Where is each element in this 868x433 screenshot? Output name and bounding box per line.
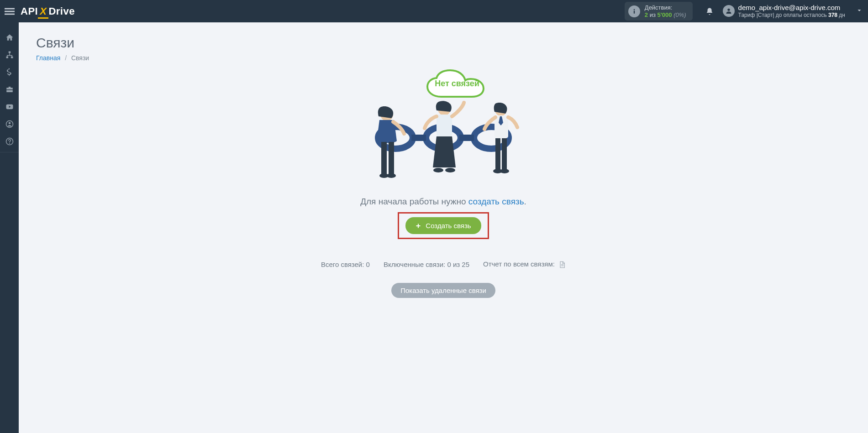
stat-report: Отчет по всем связям: — [483, 260, 566, 268]
user-circle-icon — [5, 120, 14, 128]
svg-rect-8 — [11, 57, 13, 58]
svg-point-32 — [500, 169, 509, 173]
nav-video[interactable] — [0, 98, 19, 115]
info-icon — [628, 5, 640, 17]
user-plan: Тариф |Старт| до оплаты осталось 378 дн — [738, 12, 845, 18]
empty-illustration: Нет связей — [366, 71, 521, 189]
actions-label: Действия: — [645, 4, 686, 11]
plus-icon — [416, 223, 421, 229]
svg-rect-7 — [6, 57, 8, 58]
notifications-button[interactable] — [702, 7, 717, 16]
nav-tools[interactable] — [0, 81, 19, 98]
question-icon — [5, 137, 14, 146]
svg-rect-30 — [502, 138, 507, 169]
hamburger-icon — [5, 6, 15, 16]
briefcase-icon — [5, 85, 14, 94]
breadcrumb: Главная / Связи — [36, 54, 851, 62]
person-icon — [483, 103, 519, 187]
home-icon — [5, 33, 14, 42]
stats-row: Всего связей: 0 Включенные связи: 0 из 2… — [36, 260, 851, 268]
svg-rect-6 — [8, 52, 11, 53]
svg-rect-2 — [5, 13, 15, 15]
actions-counter[interactable]: Действия: 2 из 5'000 (0%) — [625, 2, 693, 21]
nav-connections[interactable] — [0, 46, 19, 63]
actions-used: 2 — [645, 11, 648, 18]
create-connection-button[interactable]: Создать связь — [405, 217, 481, 234]
create-button-highlight: Создать связь — [398, 212, 489, 239]
nav-home[interactable] — [0, 29, 19, 46]
breadcrumb-current: Связи — [71, 54, 89, 62]
user-menu-caret[interactable] — [856, 7, 863, 16]
logo-text-x: X — [39, 5, 47, 17]
youtube-icon — [5, 103, 14, 111]
svg-point-3 — [634, 9, 635, 10]
logo-text-pre: API — [21, 5, 38, 17]
user-menu[interactable]: demo_apix-drive@apix-drive.com Тариф |Ст… — [723, 4, 845, 18]
empty-hint: Для начала работы нужно создать связь. — [36, 197, 851, 207]
user-icon — [725, 7, 732, 15]
chevron-down-icon — [856, 7, 863, 14]
report-download[interactable] — [558, 261, 566, 268]
svg-point-26 — [445, 168, 455, 172]
empty-state: Нет связей — [36, 71, 851, 298]
bell-icon — [705, 7, 714, 16]
actions-sep: из — [648, 11, 657, 18]
nav-billing[interactable] — [0, 63, 19, 81]
logo-text-post: Drive — [48, 5, 75, 17]
svg-rect-4 — [634, 10, 635, 13]
svg-rect-24 — [437, 115, 452, 137]
svg-rect-9 — [6, 89, 13, 90]
page-title: Связи — [36, 35, 851, 51]
left-sidebar — [0, 22, 19, 433]
nav-help[interactable] — [0, 133, 19, 150]
file-icon — [558, 261, 566, 268]
person-icon — [423, 101, 466, 188]
svg-point-12 — [8, 122, 11, 125]
main-content: Связи Главная / Связи Нет связей — [19, 22, 868, 433]
app-header: API X Drive Действия: 2 из 5'000 (0%) de… — [0, 0, 868, 22]
breadcrumb-home[interactable]: Главная — [36, 54, 60, 62]
svg-point-5 — [727, 9, 730, 11]
nav-account[interactable] — [0, 115, 19, 133]
svg-rect-34 — [416, 225, 421, 226]
stat-total: Всего связей: 0 — [321, 261, 370, 268]
actions-pct: (0%) — [673, 11, 686, 18]
svg-point-22 — [387, 173, 396, 178]
cloud-text: Нет связей — [427, 79, 487, 89]
svg-rect-1 — [5, 10, 15, 12]
user-email: demo_apix-drive@apix-drive.com — [738, 4, 845, 12]
stat-enabled: Включенные связи: 0 из 25 — [384, 261, 469, 268]
svg-rect-20 — [389, 142, 394, 174]
sitemap-icon — [5, 51, 14, 59]
show-deleted-button[interactable]: Показать удаленные связи — [391, 283, 495, 298]
svg-point-25 — [433, 168, 443, 172]
create-link[interactable]: создать связь — [468, 197, 524, 206]
svg-rect-29 — [495, 138, 500, 169]
svg-point-14 — [9, 143, 10, 144]
dollar-icon — [5, 68, 14, 76]
svg-rect-19 — [381, 142, 387, 174]
person-icon — [371, 106, 408, 188]
logo[interactable]: API X Drive — [21, 5, 75, 17]
avatar — [723, 5, 735, 17]
svg-rect-0 — [5, 8, 15, 9]
menu-toggle-button[interactable] — [0, 0, 19, 22]
actions-limit: 5'000 — [658, 11, 672, 18]
